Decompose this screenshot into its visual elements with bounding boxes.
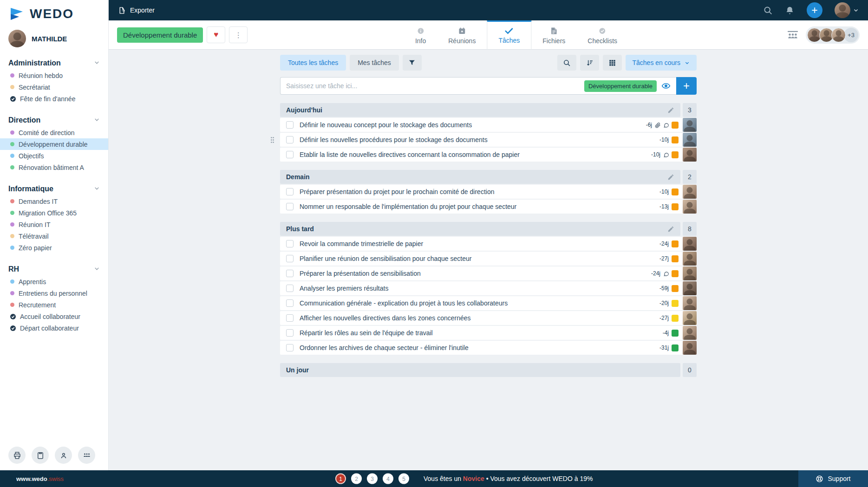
search-icon[interactable] bbox=[763, 6, 773, 15]
assignee-avatar[interactable] bbox=[683, 133, 697, 147]
due-date[interactable]: -10j bbox=[659, 136, 669, 143]
sidebar-item[interactable]: Rénovation bâtiment A bbox=[0, 162, 108, 173]
member-avatars[interactable]: +3 bbox=[806, 26, 860, 44]
task-row[interactable]: Ordonner les archives de chaque secteur … bbox=[280, 341, 697, 355]
section-header[interactable]: Plus tard bbox=[280, 222, 680, 236]
clipboard-button[interactable] bbox=[32, 447, 49, 464]
due-date[interactable]: -6j bbox=[646, 122, 652, 128]
priority-square[interactable] bbox=[672, 255, 679, 262]
due-date[interactable]: -13j bbox=[659, 203, 669, 210]
due-date[interactable]: -27j bbox=[659, 315, 669, 321]
sidebar-item[interactable]: Migration Office 365 bbox=[0, 207, 108, 219]
tab-tâches[interactable]: Tâches bbox=[487, 20, 531, 50]
section-header[interactable]: Aujourd'hui bbox=[280, 103, 680, 117]
onboarding-step[interactable]: 3 bbox=[367, 474, 378, 484]
assignee-avatar[interactable] bbox=[683, 200, 697, 214]
task-checkbox[interactable] bbox=[286, 270, 294, 277]
status-filter-dropdown[interactable]: Tâches en cours bbox=[626, 55, 697, 71]
task-checkbox[interactable] bbox=[286, 151, 294, 158]
sidebar-item[interactable]: Télétravail bbox=[0, 230, 108, 242]
assignee-avatar[interactable] bbox=[683, 341, 697, 355]
assignee-avatar[interactable] bbox=[683, 118, 697, 132]
task-checkbox[interactable] bbox=[286, 240, 294, 247]
sort-button[interactable] bbox=[580, 55, 599, 71]
edit-pencil-icon[interactable] bbox=[667, 107, 674, 114]
task-checkbox[interactable] bbox=[286, 121, 294, 129]
account-menu[interactable] bbox=[835, 2, 859, 18]
edit-pencil-icon[interactable] bbox=[667, 226, 674, 233]
priority-square[interactable] bbox=[672, 300, 679, 307]
sidebar-item[interactable]: Fête de fin d'année bbox=[0, 93, 108, 104]
filter-button[interactable] bbox=[403, 55, 422, 71]
priority-square[interactable] bbox=[672, 122, 679, 129]
sidebar-item[interactable]: Accueil collaborateur bbox=[0, 311, 108, 322]
add-button[interactable]: + bbox=[807, 2, 822, 18]
onboarding-step[interactable]: 1 bbox=[335, 474, 346, 484]
sidebar-item[interactable]: Départ collaborateur bbox=[0, 322, 108, 334]
add-task-button[interactable]: + bbox=[676, 77, 697, 95]
new-task-input[interactable] bbox=[286, 82, 580, 90]
task-row[interactable]: Planifier une réunion de sensibilisation… bbox=[280, 252, 697, 266]
assignee-avatar[interactable] bbox=[683, 185, 697, 199]
contacts-button[interactable] bbox=[55, 447, 72, 464]
sidebar-item[interactable]: Apprentis bbox=[0, 276, 108, 287]
task-row[interactable]: Préparer la présentation de sensibilisat… bbox=[280, 266, 697, 280]
section-header[interactable]: Un jour bbox=[280, 363, 680, 377]
task-checkbox[interactable] bbox=[286, 344, 294, 351]
priority-square[interactable] bbox=[672, 285, 679, 292]
due-date[interactable]: -59j bbox=[659, 285, 669, 292]
task-checkbox[interactable] bbox=[286, 136, 294, 143]
sidebar-user[interactable]: MATHILDE bbox=[0, 22, 108, 47]
team-button[interactable] bbox=[78, 447, 95, 464]
support-button[interactable]: Support bbox=[798, 470, 868, 487]
due-date[interactable]: -4j bbox=[663, 330, 669, 336]
drag-handle-icon[interactable] bbox=[270, 136, 274, 143]
assignee-avatar[interactable] bbox=[683, 281, 697, 295]
due-date[interactable]: -24j bbox=[659, 240, 669, 247]
assignee-avatar[interactable] bbox=[683, 296, 697, 310]
due-date[interactable]: -10j bbox=[651, 151, 660, 158]
task-row[interactable]: Définir les nouvelles procédures pour le… bbox=[280, 133, 697, 147]
sidebar-item[interactable]: Réunion IT bbox=[0, 219, 108, 230]
task-row[interactable]: Préparer présentation du projet pour le … bbox=[280, 185, 697, 199]
sidebar-section-header[interactable]: Direction bbox=[0, 114, 108, 127]
priority-square[interactable] bbox=[672, 203, 679, 210]
onboarding-step[interactable]: 4 bbox=[383, 474, 393, 484]
task-row[interactable]: Communication générale - explication du … bbox=[280, 296, 697, 310]
site-link[interactable]: www.wedo.swiss bbox=[16, 475, 64, 482]
more-options-button[interactable]: ⋮ bbox=[229, 26, 248, 43]
due-date[interactable]: -31j bbox=[659, 344, 669, 351]
members-icon[interactable] bbox=[787, 30, 798, 39]
onboarding-step[interactable]: 2 bbox=[351, 474, 362, 484]
due-date[interactable]: -27j bbox=[659, 255, 669, 262]
sidebar-section-header[interactable]: Informatique bbox=[0, 182, 108, 195]
assignee-avatar[interactable] bbox=[683, 237, 697, 251]
priority-square[interactable] bbox=[672, 330, 679, 337]
wedo-logo[interactable]: WEDO bbox=[0, 0, 108, 22]
sidebar-item[interactable]: Comité de direction bbox=[0, 127, 108, 138]
workspace-badge[interactable]: Développement durable bbox=[117, 27, 203, 43]
sidebar-item[interactable]: Objectifs bbox=[0, 150, 108, 162]
section-header[interactable]: Demain bbox=[280, 170, 680, 184]
assignee-avatar[interactable] bbox=[683, 252, 697, 266]
due-date[interactable]: -10j bbox=[659, 188, 669, 195]
task-checkbox[interactable] bbox=[286, 255, 294, 262]
grid-view-button[interactable] bbox=[603, 55, 622, 71]
notifications-bell-icon[interactable] bbox=[785, 6, 795, 15]
task-row[interactable]: Etablir la liste de nouvelles directives… bbox=[280, 148, 697, 162]
sidebar-item[interactable]: Entretiens du personnel bbox=[0, 287, 108, 299]
assignee-avatar[interactable] bbox=[683, 266, 697, 280]
print-button[interactable] bbox=[8, 447, 26, 464]
due-date[interactable]: -24j bbox=[651, 270, 660, 277]
tab-info[interactable]: Info bbox=[404, 20, 437, 50]
sidebar-item[interactable]: Réunion hebdo bbox=[0, 70, 108, 81]
priority-square[interactable] bbox=[672, 136, 679, 143]
priority-square[interactable] bbox=[672, 151, 679, 158]
sidebar-item[interactable]: Recrutement bbox=[0, 299, 108, 311]
assignee-avatar[interactable] bbox=[683, 148, 697, 162]
assignee-avatar[interactable] bbox=[683, 311, 697, 325]
task-row[interactable]: Afficher les nouvelles directives dans l… bbox=[280, 311, 697, 325]
task-checkbox[interactable] bbox=[286, 299, 294, 307]
task-row[interactable]: Nommer un responsable de l'implémentatio… bbox=[280, 200, 697, 214]
favorite-button[interactable]: ♥ bbox=[207, 26, 225, 43]
